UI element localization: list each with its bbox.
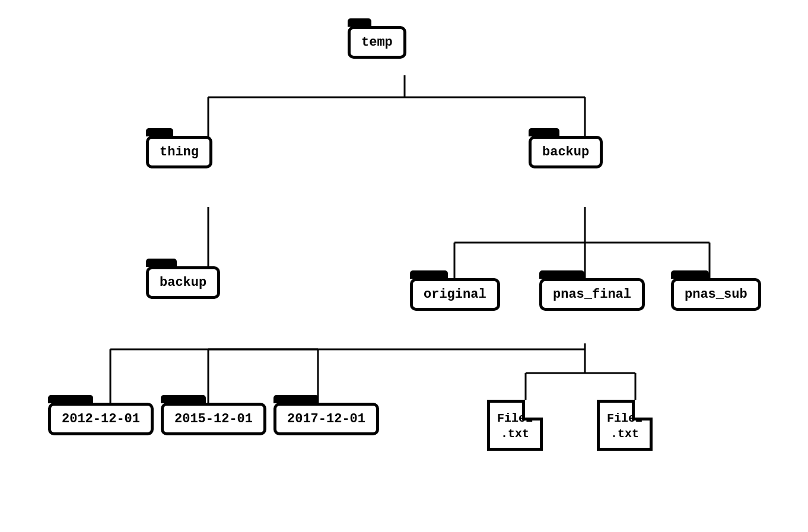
node-file2: File2.txt	[597, 400, 653, 451]
node-temp: temp	[348, 26, 406, 59]
folder-label-temp: temp	[348, 26, 406, 59]
connection-lines	[18, 11, 790, 521]
folder-label-backup-child: backup	[146, 266, 220, 299]
file-label-file1: File1.txt	[487, 400, 543, 451]
folder-original: original	[410, 278, 500, 311]
folder-2017: 2017-12-01	[273, 403, 379, 435]
folder-pnas-final: pnas_final	[539, 278, 645, 311]
folder-backup-root: backup	[529, 136, 603, 168]
folder-2012: 2012-12-01	[48, 403, 154, 435]
folder-label-2015: 2015-12-01	[161, 403, 266, 435]
folder-2015: 2015-12-01	[161, 403, 266, 435]
node-backup-child: backup	[146, 266, 220, 299]
node-thing: thing	[146, 136, 212, 168]
folder-thing: thing	[146, 136, 212, 168]
folder-label-pnas-sub: pnas_sub	[671, 278, 761, 311]
node-2012: 2012-12-01	[48, 403, 154, 435]
folder-label-pnas-final: pnas_final	[539, 278, 645, 311]
tree-diagram: temp thing backup backup original pnas_f…	[18, 11, 790, 521]
folder-label-2012: 2012-12-01	[48, 403, 154, 435]
folder-label-backup-root: backup	[529, 136, 603, 168]
folder-label-original: original	[410, 278, 500, 311]
folder-pnas-sub: pnas_sub	[671, 278, 761, 311]
node-pnas-final: pnas_final	[539, 278, 645, 311]
node-file1: File1.txt	[487, 400, 543, 451]
node-2015: 2015-12-01	[161, 403, 266, 435]
file-label-file2: File2.txt	[597, 400, 653, 451]
node-backup-root: backup	[529, 136, 603, 168]
node-original: original	[410, 278, 500, 311]
folder-temp: temp	[348, 26, 406, 59]
folder-backup-child: backup	[146, 266, 220, 299]
folder-label-thing: thing	[146, 136, 212, 168]
folder-label-2017: 2017-12-01	[273, 403, 379, 435]
node-pnas-sub: pnas_sub	[671, 278, 761, 311]
node-2017: 2017-12-01	[273, 403, 379, 435]
